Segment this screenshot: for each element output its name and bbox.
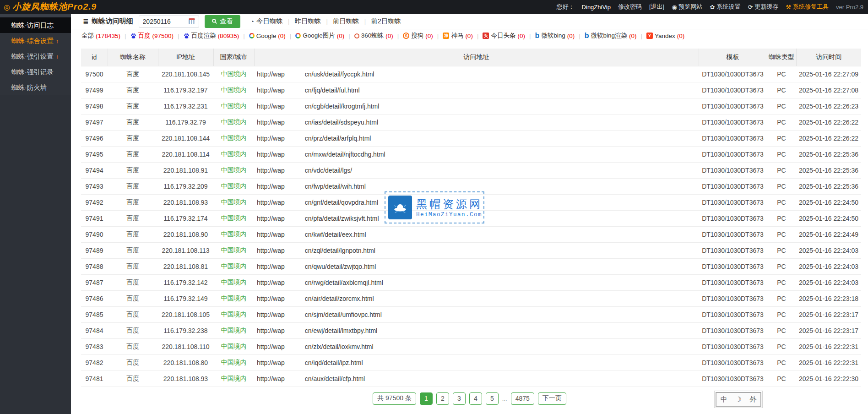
system-settings-link[interactable]: ✿ 系统设置 [710,3,741,11]
pagination-page-3[interactable]: 3 [453,392,466,405]
sidebar: ⊡后台首页⚙核心设置♟站群管理⚑▥站点优化⚑▤内容管理⚲外链/关键词⟳采集管理✇… [0,14,71,414]
filter-baidu-render[interactable]: 百度渲染(80935) [184,32,239,40]
cell-template: DT1030/1030DT3673 [699,258,767,274]
table-row: 97483百度220.181.108.110中国境内http://wapcn/z… [81,338,861,354]
repair-tool-link[interactable]: ⚒ 系统修复工具 [786,3,829,11]
cell-template: DT1030/1030DT3673 [699,242,767,258]
date-input[interactable] [143,18,187,25]
pagination-page-4[interactable]: 4 [469,392,482,405]
cell-visit-time: 2025-01-16 22:23:17 [796,306,861,322]
url-path: cn/pfa/detail/zwiksjvft.html [305,215,379,222]
logout-link[interactable]: [退出] [649,3,664,11]
cell-spider-name: 百度 [108,226,158,242]
cell-spider-type: PC [767,162,796,178]
day-tab-label: 昨日蜘蛛 [294,17,321,26]
ime-mode-key[interactable]: 中 [721,395,727,404]
filter-toutiao[interactable]: 头今日头条(0) [483,32,525,40]
tab-separator: | [326,18,327,25]
sidebar-item-spider-general-settings[interactable]: 蜘蛛·综合设置↑ [0,33,71,49]
url-prefix: http://wap [257,183,285,190]
sidebar-item-spider-firewall[interactable]: 蜘蛛·防火墙 [0,80,71,95]
cell-id: 97495 [81,146,108,162]
filter-baidu[interactable]: 百度(97500) [130,32,174,40]
calendar-icon[interactable] [189,18,195,24]
filter-all[interactable]: 全部(178435) [81,32,120,40]
url-path: cn/iqd/detail/ipz.html [305,359,363,366]
cell-region: 中国境内 [213,338,254,354]
gear-icon: ✿ [710,4,715,11]
filter-count: (0) [337,33,345,39]
pagination-ellipsis: ... [502,395,507,402]
ime-status-bar[interactable]: 中☽外 [716,392,761,407]
table-row: 97481百度220.181.108.93中国境内http://wapcn/au… [81,370,861,387]
cell-url: http://wapcn/prz/detail/arfplq.html [254,130,699,146]
filter-360[interactable]: 360蜘蛛(0) [354,32,393,40]
tab-two-days-before[interactable]: 前2日蜘蛛 [371,17,401,26]
sidebar-item-spider-force-settings[interactable]: 蜘蛛·强引设置↑ [0,49,71,64]
censored-domain [285,248,305,254]
url-path: cn/fjq/detail/ful.html [305,87,360,94]
ime-moon-icon[interactable]: ☽ [735,395,741,403]
filter-label: 神马 [451,32,463,40]
censored-domain [285,104,305,109]
filter-google-image[interactable]: Google图片(0) [295,32,344,40]
cell-ip: 220.181.108.113 [158,242,213,258]
sidebar-item-label: 蜘蛛·防火墙 [11,83,47,92]
url-prefix: http://wap [257,263,285,270]
tab-separator: | [288,18,289,25]
filter-label: 百度 [138,32,151,40]
cell-ip: 116.179.32.197 [158,82,213,98]
url-prefix: http://wap [257,295,285,302]
cell-template: DT1030/1030DT3673 [699,338,767,354]
filter-bing[interactable]: b微软bing(0) [535,32,575,40]
preview-site-link[interactable]: ◉ 预览网站 [672,3,702,11]
cell-id: 97482 [81,354,108,370]
cell-ip: 116.179.32.149 [158,290,213,306]
black-hat-logo-icon [388,196,412,219]
pagination-page-1[interactable]: 1 [420,392,433,405]
cell-visit-time: 2025-01-16 22:26:22 [796,130,861,146]
baidu-paw-icon [184,33,190,39]
table-body: 97500百度220.181.108.145中国境内http://wapcn/u… [81,66,861,387]
cell-region: 中国境内 [213,226,254,242]
sidebar-item-spider-visit-log[interactable]: 蜘蛛·访问日志 [0,17,71,33]
filter-count: (97500) [152,33,174,39]
cell-region: 中国境内 [213,146,254,162]
filter-bing-render[interactable]: b微软bing渲染(0) [585,32,637,40]
censored-domain [285,200,305,206]
tab-yesterday[interactable]: 昨日蜘蛛 [294,17,321,26]
table-row: 97499百度116.179.32.197中国境内http://wapcn/fj… [81,82,861,98]
pagination-last-page[interactable]: 4875 [511,392,534,405]
update-cache-link[interactable]: ⟳ 更新缓存 [748,3,778,11]
ime-layout-key[interactable]: 外 [749,395,756,404]
table-row: 97485百度220.181.108.105中国境内http://wapcn/s… [81,306,861,322]
filter-label: 360蜘蛛 [361,32,384,40]
tab-day-before[interactable]: 前日蜘蛛 [333,17,359,26]
view-button-label: 查看 [220,17,233,26]
cell-visit-time: 2025-01-16 22:24:03 [796,258,861,274]
sidebar-item-spider-force-records[interactable]: 蜘蛛·强引记录 [0,64,71,80]
url-prefix: http://wap [257,247,285,254]
cell-id: 97499 [81,82,108,98]
change-password-link[interactable]: 修改密码 [618,3,642,11]
cell-visit-time: 2025-01-16 22:24:03 [796,274,861,290]
filter-sogou[interactable]: S搜狗(0) [403,32,433,40]
filter-google[interactable]: Google(0) [249,33,286,39]
filter-yandex[interactable]: YYandex(0) [646,33,684,39]
cell-url: http://wapcn/zlx/detail/ioxkmv.html [254,338,699,354]
table-row: 97490百度220.181.108.90中国境内http://wapcn/kw… [81,226,861,242]
url-prefix: http://wap [257,103,285,110]
filter-shenma[interactable]: 神神马(0) [443,32,473,40]
pagination-next[interactable]: 下一页 [538,392,566,405]
url-prefix: http://wap [257,359,285,366]
censored-domain [285,184,305,190]
watermark-title: 黑帽资源网 [416,197,483,212]
url-path: cn/rwg/detail/axblcmqjl.html [305,279,383,286]
filter-separator: | [641,33,643,39]
pagination-page-2[interactable]: 2 [436,392,449,405]
pagination-page-5[interactable]: 5 [486,392,499,405]
cell-spider-name: 百度 [108,354,158,370]
tab-today[interactable]: ◔今日蜘蛛 [250,17,283,26]
view-button[interactable]: 查看 [205,15,240,28]
cell-ip: 116.179.32.238 [158,322,213,338]
